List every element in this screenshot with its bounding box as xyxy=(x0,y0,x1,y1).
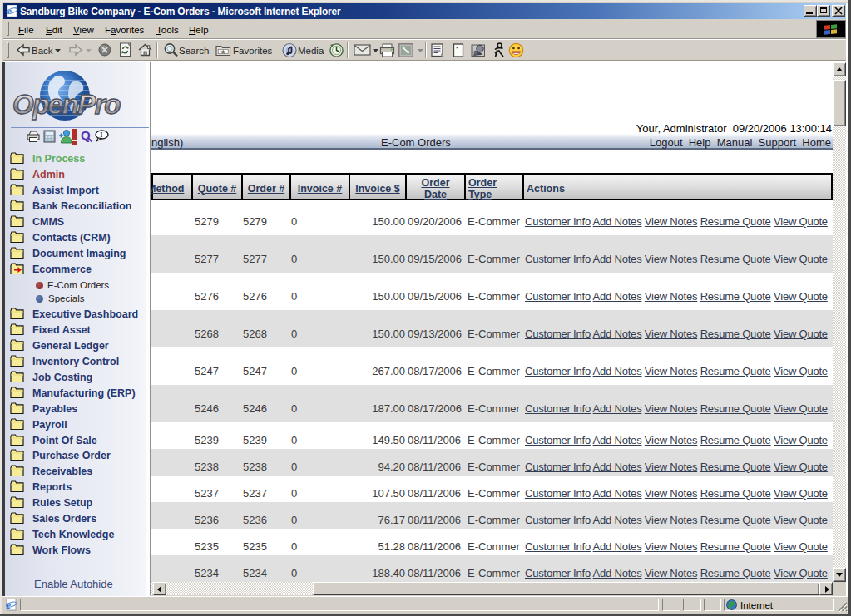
svg-text:OpenPro: OpenPro xyxy=(12,89,121,120)
svg-text:I: I xyxy=(100,131,102,139)
svg-text:e: e xyxy=(7,6,12,16)
svg-text:*: * xyxy=(456,45,458,52)
svg-text:Q: Q xyxy=(81,129,91,142)
svg-text:e: e xyxy=(7,600,11,610)
